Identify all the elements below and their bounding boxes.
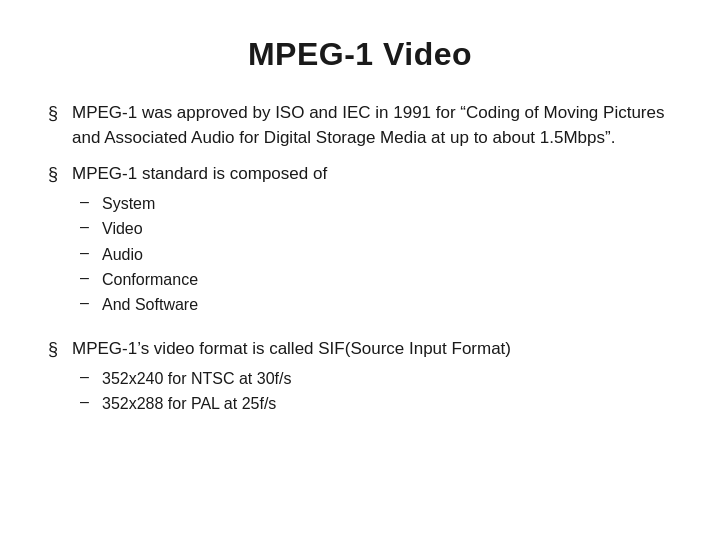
sub-list-3: – 352x240 for NTSC at 30f/s – 352x288 fo… (80, 368, 511, 416)
sub-item-video: – Video (80, 218, 327, 240)
sub-list-2: – System – Video – Audio – Conformance (80, 193, 327, 317)
sub-text-software: And Software (102, 294, 198, 316)
sub-text-video: Video (102, 218, 143, 240)
bullet-text-2: MPEG-1 standard is composed of (72, 164, 327, 183)
bullet-text-3: MPEG-1’s video format is called SIF(Sour… (72, 339, 511, 358)
bullet-item-2: § MPEG-1 standard is composed of – Syste… (48, 162, 672, 317)
sub-item-ntsc: – 352x240 for NTSC at 30f/s (80, 368, 511, 390)
sub-dash-ntsc: – (80, 368, 94, 386)
bullet-item-1: § MPEG-1 was approved by ISO and IEC in … (48, 101, 672, 150)
sub-dash-pal: – (80, 393, 94, 411)
sub-item-audio: – Audio (80, 244, 327, 266)
bullet-symbol-1: § (48, 103, 64, 124)
sub-dash-system: – (80, 193, 94, 211)
bullet-symbol-3: § (48, 339, 64, 360)
sub-item-software: – And Software (80, 294, 327, 316)
slide-title: MPEG-1 Video (48, 36, 672, 73)
content-area: § MPEG-1 was approved by ISO and IEC in … (48, 101, 672, 415)
sub-dash-video: – (80, 218, 94, 236)
sub-item-conformance: – Conformance (80, 269, 327, 291)
sub-text-system: System (102, 193, 155, 215)
sub-dash-conformance: – (80, 269, 94, 287)
bullet-text-1: MPEG-1 was approved by ISO and IEC in 19… (72, 103, 664, 147)
sub-item-system: – System (80, 193, 327, 215)
sub-text-pal: 352x288 for PAL at 25f/s (102, 393, 276, 415)
sub-text-ntsc: 352x240 for NTSC at 30f/s (102, 368, 291, 390)
sub-dash-software: – (80, 294, 94, 312)
sub-dash-audio: – (80, 244, 94, 262)
sub-item-pal: – 352x288 for PAL at 25f/s (80, 393, 511, 415)
slide: MPEG-1 Video § MPEG-1 was approved by IS… (0, 0, 720, 540)
bullet-item-3: § MPEG-1’s video format is called SIF(So… (48, 337, 672, 415)
bullet-symbol-2: § (48, 164, 64, 185)
sub-text-conformance: Conformance (102, 269, 198, 291)
sub-text-audio: Audio (102, 244, 143, 266)
